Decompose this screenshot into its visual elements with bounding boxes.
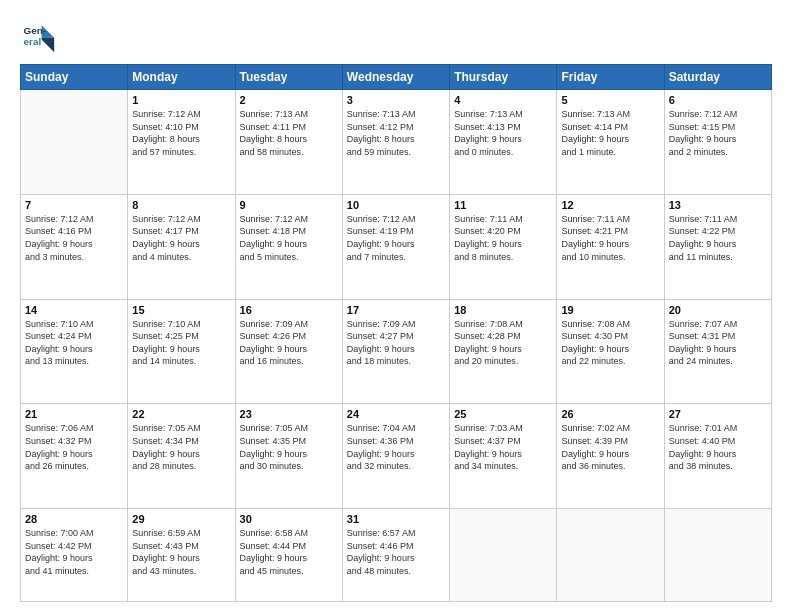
day-number: 2 <box>240 94 338 106</box>
weekday-header-thursday: Thursday <box>450 65 557 90</box>
day-number: 16 <box>240 304 338 316</box>
day-info: Sunrise: 7:08 AMSunset: 4:30 PMDaylight:… <box>561 318 659 368</box>
calendar-cell: 21Sunrise: 7:06 AMSunset: 4:32 PMDayligh… <box>21 404 128 509</box>
calendar-cell: 4Sunrise: 7:13 AMSunset: 4:13 PMDaylight… <box>450 90 557 195</box>
day-number: 6 <box>669 94 767 106</box>
day-number: 12 <box>561 199 659 211</box>
calendar-cell: 8Sunrise: 7:12 AMSunset: 4:17 PMDaylight… <box>128 194 235 299</box>
calendar-cell <box>557 509 664 602</box>
calendar-cell: 5Sunrise: 7:13 AMSunset: 4:14 PMDaylight… <box>557 90 664 195</box>
header: Gen- eral <box>20 18 772 54</box>
calendar-cell: 26Sunrise: 7:02 AMSunset: 4:39 PMDayligh… <box>557 404 664 509</box>
day-info: Sunrise: 7:04 AMSunset: 4:36 PMDaylight:… <box>347 422 445 472</box>
weekday-header-wednesday: Wednesday <box>342 65 449 90</box>
day-info: Sunrise: 7:03 AMSunset: 4:37 PMDaylight:… <box>454 422 552 472</box>
day-number: 24 <box>347 408 445 420</box>
calendar-cell: 6Sunrise: 7:12 AMSunset: 4:15 PMDaylight… <box>664 90 771 195</box>
day-number: 23 <box>240 408 338 420</box>
calendar-cell: 30Sunrise: 6:58 AMSunset: 4:44 PMDayligh… <box>235 509 342 602</box>
day-number: 1 <box>132 94 230 106</box>
calendar-cell: 27Sunrise: 7:01 AMSunset: 4:40 PMDayligh… <box>664 404 771 509</box>
calendar-cell: 14Sunrise: 7:10 AMSunset: 4:24 PMDayligh… <box>21 299 128 404</box>
day-info: Sunrise: 6:58 AMSunset: 4:44 PMDaylight:… <box>240 527 338 577</box>
weekday-header-monday: Monday <box>128 65 235 90</box>
day-info: Sunrise: 7:10 AMSunset: 4:25 PMDaylight:… <box>132 318 230 368</box>
day-info: Sunrise: 7:11 AMSunset: 4:22 PMDaylight:… <box>669 213 767 263</box>
day-number: 17 <box>347 304 445 316</box>
calendar-cell <box>450 509 557 602</box>
day-number: 8 <box>132 199 230 211</box>
day-number: 19 <box>561 304 659 316</box>
calendar-cell: 15Sunrise: 7:10 AMSunset: 4:25 PMDayligh… <box>128 299 235 404</box>
day-info: Sunrise: 7:01 AMSunset: 4:40 PMDaylight:… <box>669 422 767 472</box>
calendar-cell <box>21 90 128 195</box>
calendar-week-row-2: 7Sunrise: 7:12 AMSunset: 4:16 PMDaylight… <box>21 194 772 299</box>
calendar-cell: 18Sunrise: 7:08 AMSunset: 4:28 PMDayligh… <box>450 299 557 404</box>
day-info: Sunrise: 7:05 AMSunset: 4:35 PMDaylight:… <box>240 422 338 472</box>
day-info: Sunrise: 7:06 AMSunset: 4:32 PMDaylight:… <box>25 422 123 472</box>
day-info: Sunrise: 7:12 AMSunset: 4:16 PMDaylight:… <box>25 213 123 263</box>
day-info: Sunrise: 7:13 AMSunset: 4:11 PMDaylight:… <box>240 108 338 158</box>
day-info: Sunrise: 7:02 AMSunset: 4:39 PMDaylight:… <box>561 422 659 472</box>
calendar-week-row-3: 14Sunrise: 7:10 AMSunset: 4:24 PMDayligh… <box>21 299 772 404</box>
day-info: Sunrise: 6:59 AMSunset: 4:43 PMDaylight:… <box>132 527 230 577</box>
calendar-cell: 19Sunrise: 7:08 AMSunset: 4:30 PMDayligh… <box>557 299 664 404</box>
calendar-cell: 11Sunrise: 7:11 AMSunset: 4:20 PMDayligh… <box>450 194 557 299</box>
day-number: 22 <box>132 408 230 420</box>
day-number: 15 <box>132 304 230 316</box>
calendar-cell: 25Sunrise: 7:03 AMSunset: 4:37 PMDayligh… <box>450 404 557 509</box>
day-info: Sunrise: 7:13 AMSunset: 4:13 PMDaylight:… <box>454 108 552 158</box>
calendar-cell: 29Sunrise: 6:59 AMSunset: 4:43 PMDayligh… <box>128 509 235 602</box>
day-info: Sunrise: 7:05 AMSunset: 4:34 PMDaylight:… <box>132 422 230 472</box>
calendar-table: SundayMondayTuesdayWednesdayThursdayFrid… <box>20 64 772 602</box>
day-info: Sunrise: 7:11 AMSunset: 4:21 PMDaylight:… <box>561 213 659 263</box>
svg-text:eral: eral <box>24 36 42 47</box>
day-number: 31 <box>347 513 445 525</box>
calendar-cell: 17Sunrise: 7:09 AMSunset: 4:27 PMDayligh… <box>342 299 449 404</box>
day-number: 29 <box>132 513 230 525</box>
day-number: 25 <box>454 408 552 420</box>
calendar-cell: 2Sunrise: 7:13 AMSunset: 4:11 PMDaylight… <box>235 90 342 195</box>
day-info: Sunrise: 7:12 AMSunset: 4:15 PMDaylight:… <box>669 108 767 158</box>
day-number: 20 <box>669 304 767 316</box>
page: Gen- eral SundayMondayTuesdayWednesdayTh… <box>0 0 792 612</box>
calendar-week-row-4: 21Sunrise: 7:06 AMSunset: 4:32 PMDayligh… <box>21 404 772 509</box>
day-number: 5 <box>561 94 659 106</box>
calendar-cell: 24Sunrise: 7:04 AMSunset: 4:36 PMDayligh… <box>342 404 449 509</box>
day-number: 11 <box>454 199 552 211</box>
weekday-header-sunday: Sunday <box>21 65 128 90</box>
day-info: Sunrise: 7:00 AMSunset: 4:42 PMDaylight:… <box>25 527 123 577</box>
day-info: Sunrise: 7:09 AMSunset: 4:27 PMDaylight:… <box>347 318 445 368</box>
calendar-cell: 31Sunrise: 6:57 AMSunset: 4:46 PMDayligh… <box>342 509 449 602</box>
day-info: Sunrise: 7:08 AMSunset: 4:28 PMDaylight:… <box>454 318 552 368</box>
calendar-cell: 22Sunrise: 7:05 AMSunset: 4:34 PMDayligh… <box>128 404 235 509</box>
day-info: Sunrise: 7:12 AMSunset: 4:18 PMDaylight:… <box>240 213 338 263</box>
calendar-cell: 1Sunrise: 7:12 AMSunset: 4:10 PMDaylight… <box>128 90 235 195</box>
day-number: 18 <box>454 304 552 316</box>
day-number: 7 <box>25 199 123 211</box>
day-number: 27 <box>669 408 767 420</box>
day-info: Sunrise: 7:13 AMSunset: 4:12 PMDaylight:… <box>347 108 445 158</box>
day-number: 3 <box>347 94 445 106</box>
day-number: 9 <box>240 199 338 211</box>
day-info: Sunrise: 7:07 AMSunset: 4:31 PMDaylight:… <box>669 318 767 368</box>
day-info: Sunrise: 7:13 AMSunset: 4:14 PMDaylight:… <box>561 108 659 158</box>
day-info: Sunrise: 7:09 AMSunset: 4:26 PMDaylight:… <box>240 318 338 368</box>
day-info: Sunrise: 6:57 AMSunset: 4:46 PMDaylight:… <box>347 527 445 577</box>
day-number: 4 <box>454 94 552 106</box>
svg-text:Gen-: Gen- <box>24 25 47 36</box>
calendar-cell: 13Sunrise: 7:11 AMSunset: 4:22 PMDayligh… <box>664 194 771 299</box>
day-info: Sunrise: 7:12 AMSunset: 4:19 PMDaylight:… <box>347 213 445 263</box>
day-number: 13 <box>669 199 767 211</box>
day-number: 10 <box>347 199 445 211</box>
weekday-header-tuesday: Tuesday <box>235 65 342 90</box>
calendar-cell: 16Sunrise: 7:09 AMSunset: 4:26 PMDayligh… <box>235 299 342 404</box>
calendar-week-row-5: 28Sunrise: 7:00 AMSunset: 4:42 PMDayligh… <box>21 509 772 602</box>
day-number: 14 <box>25 304 123 316</box>
weekday-header-saturday: Saturday <box>664 65 771 90</box>
weekday-header-friday: Friday <box>557 65 664 90</box>
calendar-cell: 7Sunrise: 7:12 AMSunset: 4:16 PMDaylight… <box>21 194 128 299</box>
calendar-cell: 9Sunrise: 7:12 AMSunset: 4:18 PMDaylight… <box>235 194 342 299</box>
day-info: Sunrise: 7:12 AMSunset: 4:17 PMDaylight:… <box>132 213 230 263</box>
weekday-header-row: SundayMondayTuesdayWednesdayThursdayFrid… <box>21 65 772 90</box>
